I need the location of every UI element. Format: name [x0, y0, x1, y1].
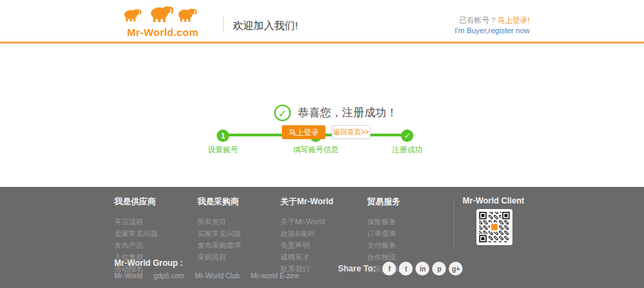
success-check-icon: ✓	[274, 105, 291, 121]
footer: 我是供应商 开店流程 卖家常见问题 发布产品 入住集群 活动报名 我是采购商 所…	[0, 187, 644, 288]
footer-link[interactable]: 免责声明	[280, 241, 333, 249]
check-icon: ✓	[401, 129, 413, 142]
step-2-label: 填写账号信息	[285, 145, 347, 155]
footer-heading-supplier: 我是供应商	[114, 196, 158, 208]
header-orange-rule	[0, 42, 644, 44]
header-divider	[223, 17, 224, 32]
group-link[interactable]: Mr-world E-zine	[251, 272, 299, 280]
success-message-row: ✓ 恭喜您，注册成功！	[274, 104, 397, 122]
success-message: 恭喜您，注册成功！	[298, 106, 397, 120]
footer-heading-about: 关于Mr-World	[280, 196, 333, 208]
footer-col-buyer: 我是采购商 所有类目 买家常见问题 发布采购需求 采购流程	[197, 196, 241, 264]
footer-link[interactable]: 所有类目	[197, 217, 241, 226]
registration-success-page: Mr-World.com 欢迎加入我们! 已有帐号？马上登录! I'm Buye…	[0, 0, 644, 288]
buyer-register-link[interactable]: I'm Buyer,register now	[455, 26, 530, 36]
step-setup-account: 1 设置账号	[192, 129, 254, 155]
footer-heading-buyer: 我是采购商	[197, 196, 241, 208]
qr-code-svg	[479, 212, 510, 242]
progress-steps: 1 设置账号 2 填写账号信息 ✓ 注册成功	[0, 64, 644, 91]
group-link[interactable]: Mr-World Club	[195, 272, 240, 280]
footer-link[interactable]: 开店流程	[114, 217, 158, 226]
logo-text: Mr-World.com	[111, 28, 215, 37]
group-link[interactable]: gdp8.com	[154, 272, 184, 280]
qr-code	[476, 209, 512, 245]
have-account-text: 已有帐号？	[459, 16, 497, 24]
footer-heading-client: Mr-World Client	[463, 196, 524, 206]
footer-link[interactable]: 发布产品	[114, 241, 158, 249]
footer-link[interactable]: 发布采购需求	[197, 241, 241, 249]
elephants-logo-icon	[122, 4, 204, 25]
footer-heading-trade: 贸易服务	[367, 196, 404, 208]
footer-link[interactable]: 合作物流	[367, 253, 404, 261]
linkedin-icon[interactable]: in	[415, 262, 429, 276]
step-1-label: 设置账号	[192, 145, 254, 155]
footer-link[interactable]: 关于Mr-World	[280, 217, 333, 226]
share-label: Share To:	[338, 264, 375, 273]
footer-link[interactable]: 卖家常见问题	[114, 229, 158, 237]
group-heading: Mr-World Group :	[114, 258, 299, 268]
welcome-text: 欢迎加入我们!	[233, 19, 298, 33]
footer-link[interactable]: 政策&规则	[280, 229, 333, 237]
footer-link[interactable]: 支付服务	[367, 241, 404, 249]
header-account-links: 已有帐号？马上登录! I'm Buyer,register now	[455, 15, 530, 36]
footer-link[interactable]: 保险服务	[367, 217, 404, 226]
footer-vertical-divider	[454, 198, 454, 250]
login-button[interactable]: 马上登录	[282, 125, 325, 139]
footer-link[interactable]: 订单查询	[367, 229, 404, 237]
header: Mr-World.com 欢迎加入我们! 已有帐号？马上登录! I'm Buye…	[0, 0, 644, 42]
share-block: Share To: f t in p g+	[338, 262, 465, 276]
footer-link[interactable]: 买家常见问题	[197, 229, 241, 237]
twitter-icon[interactable]: t	[399, 262, 413, 276]
login-now-link[interactable]: 马上登录!	[497, 16, 530, 24]
step-1-circle: 1	[217, 129, 229, 142]
success-actions: 马上登录 返回首页>>	[282, 125, 370, 139]
site-logo[interactable]: Mr-World.com	[111, 4, 215, 37]
group-links-block: Mr-World Group : Mr-World gdp8.com Mr-Wo…	[114, 258, 299, 280]
step-3-label: 注册成功	[376, 145, 438, 155]
google-plus-icon[interactable]: g+	[449, 262, 463, 276]
group-link[interactable]: Mr-World	[114, 272, 143, 280]
facebook-icon[interactable]: f	[382, 262, 396, 276]
return-home-button[interactable]: 返回首页>>	[332, 125, 370, 139]
step-register-success: ✓ 注册成功	[376, 129, 438, 155]
pinterest-icon[interactable]: p	[432, 262, 446, 276]
